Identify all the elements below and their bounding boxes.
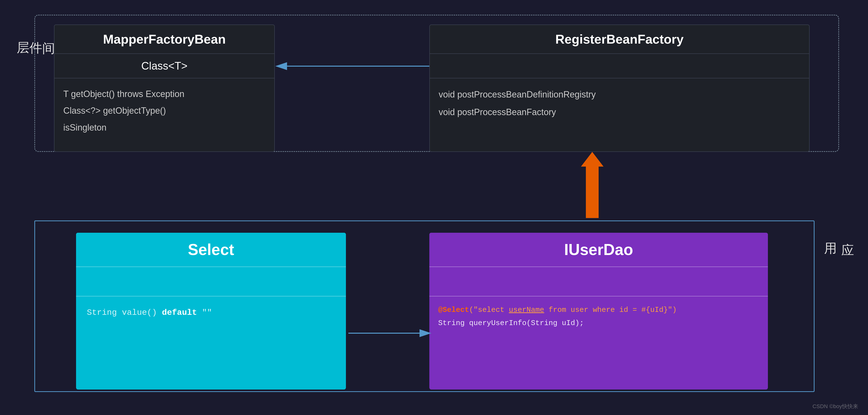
mapper-method-1: T getObject() throws Exception bbox=[63, 86, 266, 102]
mapper-factory-bean-box: MapperFactoryBean Class<T> T getObject()… bbox=[54, 25, 275, 152]
select-title: Select bbox=[81, 241, 341, 259]
register-bean-method-1: void postProcessBeanDefinitionRegistry bbox=[439, 86, 800, 103]
mapper-factory-methods: T getObject() throws Exception Class<?> … bbox=[55, 78, 274, 143]
iuserdao-empty-section bbox=[429, 267, 768, 297]
app-label: 应用 bbox=[822, 233, 856, 235]
select-box: Select String value() default "" bbox=[76, 233, 346, 389]
mapper-factory-type-label: Class<T> bbox=[141, 60, 187, 72]
register-bean-empty-section bbox=[430, 54, 809, 78]
mapper-method-2: Class<?> getObjectType() bbox=[63, 102, 266, 119]
mapper-factory-header: MapperFactoryBean bbox=[55, 25, 274, 54]
mapper-method-3: isSingleton bbox=[63, 119, 266, 136]
arrow-app-to-middleware bbox=[581, 152, 603, 218]
mapper-factory-type: Class<T> bbox=[55, 54, 274, 78]
register-bean-factory-box: RegisterBeanFactory void postProcessBean… bbox=[429, 25, 810, 152]
watermark: CSDN ©boy快快来 bbox=[812, 403, 858, 410]
iuserdao-method: String queryUserInfo(String uId); bbox=[438, 316, 759, 330]
select-header: Select bbox=[76, 233, 346, 267]
iuserdao-annotation: @Select("select userName from user where… bbox=[438, 303, 759, 316]
select-method-1: String value() default "" bbox=[87, 305, 335, 320]
iuserdao-methods: @Select("select userName from user where… bbox=[429, 297, 768, 337]
iuserdao-header: IUserDao bbox=[429, 233, 768, 267]
select-empty-section bbox=[76, 267, 346, 297]
mapper-factory-title: MapperFactoryBean bbox=[59, 32, 269, 46]
register-bean-methods: void postProcessBeanDefinitionRegistry v… bbox=[430, 78, 809, 128]
iuserdao-title: IUserDao bbox=[434, 241, 763, 259]
iuserdao-box: IUserDao @Select("select userName from u… bbox=[429, 233, 768, 389]
register-bean-title: RegisterBeanFactory bbox=[435, 32, 804, 46]
register-bean-header: RegisterBeanFactory bbox=[430, 25, 809, 54]
register-bean-method-2: void postProcessBeanFactory bbox=[439, 103, 800, 121]
main-canvas: 中间件层 MapperFactoryBean Class<T> T getObj… bbox=[0, 0, 868, 415]
select-methods: String value() default "" bbox=[76, 297, 346, 329]
